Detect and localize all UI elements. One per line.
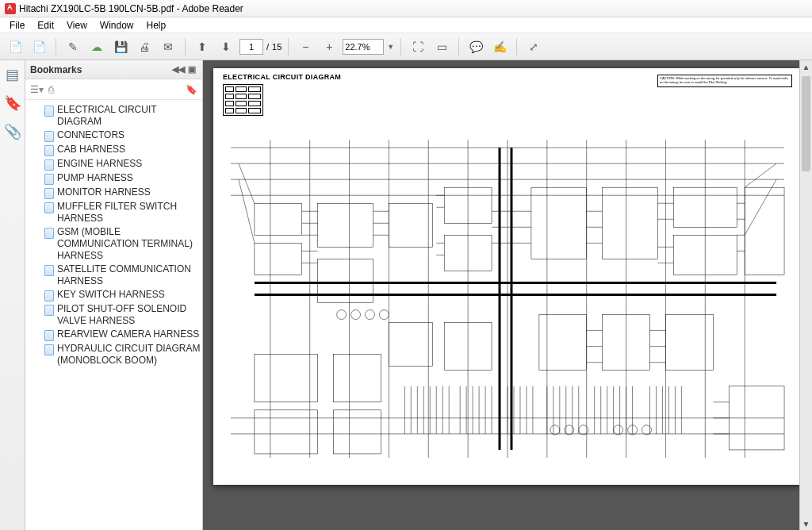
bookmark-item[interactable]: ENGINE HARNESS [44,157,201,171]
titlebar: Hitachi ZX190LC-5B 190LCN-5B.pdf - Adobe… [0,0,812,17]
bookmarks-options-icon[interactable]: ☰▾ [30,84,44,95]
bookmark-label: KEY SWITCH HARNESS [57,289,165,301]
bookmark-label: SATELLITE COMMUNICATION HARNESS [57,263,201,287]
bookmark-label: GSM (MOBILE COMMUNICATION TERMINAL) HARN… [57,226,201,262]
separator [288,38,289,56]
window-title: Hitachi ZX190LC-5B 190LCN-5B.pdf - Adobe… [19,3,243,14]
caution-box: CAUTION: While working on the wiring, be… [657,75,792,87]
electrical-schematic [223,116,792,474]
bookmark-item[interactable]: GSM (MOBILE COMMUNICATION TERMINAL) HARN… [44,225,201,263]
bookmark-label: PILOT SHUT-OFF SOLENOID VALVE HARNESS [57,303,201,327]
separator [56,38,56,56]
mail-icon[interactable]: ✉ [158,36,178,57]
page-down-icon[interactable]: ⬇ [216,36,236,57]
bookmark-item[interactable]: PILOT SHUT-OFF SOLENOID VALVE HARNESS [44,302,201,328]
toolbar: 📄 📄 ✎ ☁ 💾 🖨 ✉ ⬆ ⬇ / 15 − + ▼ ⛶ ▭ 💬 ✍ ⤢ [0,33,812,60]
attachments-icon[interactable]: 📎 [5,124,21,140]
page-icon [44,344,54,355]
fit-width-icon[interactable]: ⛶ [408,36,428,57]
scroll-thumb[interactable] [802,76,810,171]
svg-rect-19 [255,410,318,454]
svg-rect-3 [318,259,373,302]
bookmark-label: CONNECTORS [57,129,124,141]
svg-rect-20 [334,355,381,402]
page-icon [44,159,54,171]
vertical-scrollbar[interactable]: ▲ ▼ [799,60,812,530]
svg-point-25 [379,310,389,320]
svg-rect-4 [389,203,432,247]
bookmark-label: REARVIEW CAMERA HARNESS [57,328,199,340]
scroll-down-icon[interactable]: ▼ [800,517,812,530]
fit-page-icon[interactable]: ▭ [431,36,452,57]
bookmark-ribbon-icon[interactable]: 🔖 [5,95,21,111]
bookmark-item[interactable]: HYDRAULIC CIRCUIT DIAGRAM (MONOBLOCK BOO… [44,342,201,367]
page-icon [44,106,54,117]
bookmark-item[interactable]: PUMP HARNESS [44,171,201,186]
bookmarks-prev-icon[interactable]: ◀◀ [170,64,186,75]
menu-view[interactable]: View [60,18,94,33]
edit-icon[interactable]: ✎ [63,36,83,57]
cloud-icon[interactable]: ☁ [86,36,107,57]
bookmark-item[interactable]: SATELLITE COMMUNICATION HARNESS [44,263,201,288]
bookmark-item[interactable]: ELECTRICAL CIRCUIT DIAGRAM [44,103,201,129]
bookmarks-new-icon[interactable]: 🔖 [186,84,197,95]
bookmark-item[interactable]: MUFFLER FILTER SWITCH HARNESS [44,200,201,225]
zoom-out-icon[interactable]: − [295,36,316,57]
bookmark-label: PUMP HARNESS [57,172,133,184]
svg-rect-5 [389,323,432,367]
page-icon [44,228,54,239]
zoom-select[interactable] [343,39,384,55]
main-area: ▤ 🔖 📎 Bookmarks ◀◀ ▣ ☰▾ ⎙ 🔖 ELECTRICAL C… [0,60,812,530]
bookmark-label: MONITOR HARNESS [57,186,151,198]
page-total: 15 [272,42,282,52]
thumbnails-icon[interactable]: ▤ [5,67,21,83]
zoom-in-icon[interactable]: + [319,36,339,57]
bookmark-label: ENGINE HARNESS [57,158,142,170]
bookmarks-title: Bookmarks [30,64,82,75]
menu-help[interactable]: Help [140,18,173,33]
create-pdf-icon[interactable]: 📄 [29,36,49,57]
bookmark-item[interactable]: REARVIEW CAMERA HARNESS [44,328,201,342]
bookmark-item[interactable]: CAB HARNESS [44,143,201,157]
comment-icon[interactable]: 💬 [465,36,486,57]
bookmark-item[interactable]: MONITOR HARNESS [44,186,201,200]
menubar: File Edit View Window Help [0,17,812,33]
highlight-icon[interactable]: ✍ [489,36,510,57]
svg-rect-14 [539,315,587,371]
page-icon [44,330,54,341]
bookmarks-header: Bookmarks ◀◀ ▣ [25,60,202,79]
bookmark-label: ELECTRICAL CIRCUIT DIAGRAM [57,104,201,128]
pdf-page: ELECTRICAL CIRCUIT DIAGRAM CAUTION: Whil… [213,68,802,485]
page-up-icon[interactable]: ⬆ [192,36,213,57]
read-mode-icon[interactable]: ⤢ [523,36,544,57]
scroll-up-icon[interactable]: ▲ [800,60,812,73]
print-icon[interactable]: 🖨 [134,36,155,57]
svg-point-26 [550,425,560,435]
page-icon [44,131,54,142]
export-pdf-icon[interactable]: 📄 [5,36,25,57]
page-icon [44,174,54,185]
svg-rect-18 [255,355,318,402]
page-heading: ELECTRICAL CIRCUIT DIAGRAM [223,73,341,81]
svg-rect-16 [665,315,713,371]
page-icon [44,290,54,301]
separator [458,38,459,56]
document-viewer[interactable]: ELECTRICAL CIRCUIT DIAGRAM CAUTION: Whil… [203,60,812,530]
save-icon[interactable]: 💾 [110,36,131,57]
menu-file[interactable]: File [3,18,31,33]
bookmark-item[interactable]: KEY SWITCH HARNESS [44,288,201,302]
separator [516,38,517,56]
page-number-input[interactable] [239,39,263,55]
bookmarks-panel: Bookmarks ◀◀ ▣ ☰▾ ⎙ 🔖 ELECTRICAL CIRCUIT… [25,60,203,530]
page-icon [44,265,54,276]
svg-rect-0 [255,203,302,235]
menu-window[interactable]: Window [94,18,140,33]
bookmarks-close-icon[interactable]: ▣ [186,64,197,75]
bookmarks-find-icon[interactable]: ⎙ [48,84,54,95]
page-icon [44,305,54,316]
menu-edit[interactable]: Edit [31,18,60,33]
zoom-dropdown-icon[interactable]: ▼ [387,43,394,51]
bookmark-item[interactable]: CONNECTORS [44,129,201,143]
bookmarks-list[interactable]: ELECTRICAL CIRCUIT DIAGRAM CONNECTORS CA… [25,100,202,530]
svg-rect-10 [603,187,658,259]
